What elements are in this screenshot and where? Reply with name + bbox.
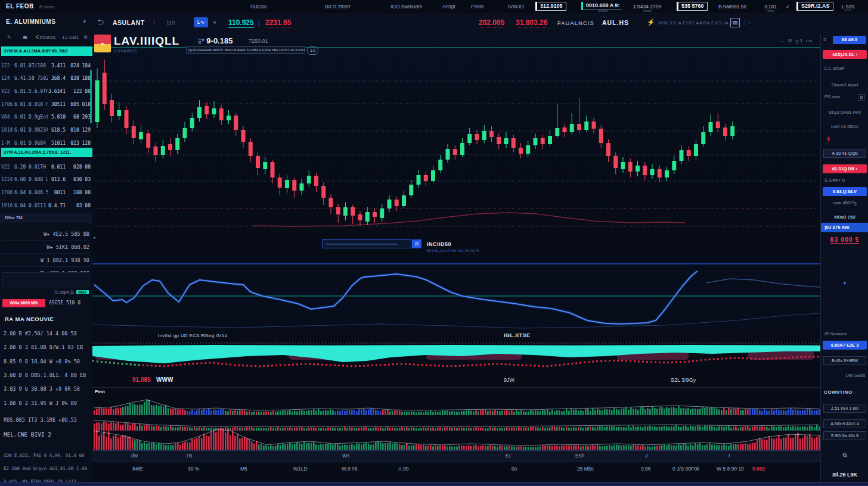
watchlist-row[interactable]: V846.01 D.9gEnt5.01060 203 <box>1 111 91 123</box>
margin-row[interactable]: 1.00 0 2 31.95 W J 8% 80 <box>4 400 89 406</box>
order-type-button[interactable]: A 30 41 QQ0 <box>823 149 866 158</box>
sidebar-tool-icon[interactable]: ⚙ <box>83 35 88 40</box>
selected-order-row[interactable]: |9J 376 Am <box>821 223 868 232</box>
margin-row[interactable]: 8.85 9 8 18.04 W +6 8% 50 <box>4 359 89 364</box>
oscillator-pane[interactable] <box>92 256 820 331</box>
order-field[interactable]: A.6t0n9 A0z1 4 <box>823 419 866 428</box>
menu-icon[interactable]: ≡ <box>823 36 826 42</box>
watchlist-highlight-row[interactable]: 3YM M.A.AU.2MA.8I8Y.60. 58/2 <box>1 46 93 56</box>
quote-chip[interactable]: ✓ <box>786 4 790 10</box>
symbol-chip[interactable]: L∿ <box>194 17 208 27</box>
order-field[interactable]: Bnt5v S+9RW <box>823 356 866 365</box>
add-watchlist-button[interactable]: + <box>82 17 86 26</box>
sidebar-tool-icon[interactable]: ✎ <box>7 35 11 40</box>
sidebar-tool-icon[interactable]: 🖿 <box>23 35 27 40</box>
sell-button[interactable]: 62.31Q DB › <box>823 164 867 173</box>
watchlist-row[interactable]: 1226.01.07/1883.411024 184 <box>1 60 91 71</box>
menu-item[interactable]: Anspt <box>442 4 455 10</box>
ask-price[interactable]: 202.005 <box>479 18 504 28</box>
indicator-search-button[interactable]: ⊞ <box>412 239 421 248</box>
time-axis-band[interactable] <box>92 450 820 462</box>
order-field[interactable]: S.9f0.0w 40x 8 <box>823 431 866 440</box>
mat-chip[interactable]: MAT <box>76 290 89 294</box>
bid-price[interactable]: 110.925 <box>228 18 254 28</box>
quote-chip[interactable]: 312.9105 <box>535 2 566 11</box>
margin-row[interactable]: 3.03 9 b 30.08 3 +9 8R 58 <box>4 386 89 392</box>
ribbon-indicator-pane[interactable] <box>92 341 820 374</box>
margin-row[interactable]: 2.00 0 3 81.U0 0/W.1 83 EB <box>4 344 89 350</box>
position-row[interactable]: W+ 4E2.5 505 BB <box>1 228 89 241</box>
watchlist-cell: 30511 <box>48 102 66 107</box>
volume-histogram-pane[interactable]: Pem <box>92 387 820 450</box>
quote-chip-sub: ***** <box>842 10 854 13</box>
sidebar-tool-icon[interactable]: ⑆ b0unce <box>36 35 55 40</box>
margin-row[interactable]: 2.00 B #2.50/ 14 4.00 58 <box>4 331 89 337</box>
top-menu-bar: EL FEOB B smsn OutcaoB0 ct zmsrrIOO Bwmu… <box>0 0 868 14</box>
quote-chip[interactable]: 3.101(zwu) <box>764 4 777 13</box>
toolbar-item[interactable]: ⋮ <box>742 20 748 26</box>
buy-quick-button[interactable]: 68 A9.5 <box>833 36 866 44</box>
toolbar-item[interactable]: ⊞ <box>730 18 740 27</box>
position-row[interactable]: W+ 5IK1 060.02 <box>1 241 89 254</box>
watchlist-row[interactable]: 17066.01.0.018 H630511605 018 <box>1 98 91 110</box>
quote-chip[interactable]: S29R.I2.AS <box>796 2 833 11</box>
panel-footer-icon[interactable]: ⧉ <box>821 451 868 459</box>
quote-chip[interactable]: 1:0434 2709vwww <box>633 4 661 13</box>
toolbar-icon[interactable]: ⚡ <box>647 18 655 26</box>
indicator-name-label: INCIID50 <box>427 241 451 247</box>
quote-chip[interactable]: 535 5760 <box>677 2 708 11</box>
watchlist-cell: 60 203 <box>66 114 91 120</box>
watchlist-cell: 3.411 <box>48 63 66 68</box>
symbol-name[interactable]: ASULANT <box>113 19 145 26</box>
candlestick-chart[interactable]: ⌁ LAV.IIIIQLL LIIVAWIIS Ξ*9-0.185 7250.0… <box>92 33 820 256</box>
quantity-row[interactable]: ≡68 A9.5 <box>821 36 868 44</box>
watchlist-row[interactable]: 19166.04 0.0113 6/10.4.7103 08 <box>1 200 91 211</box>
field-row[interactable]: PS aver0 <box>821 94 868 101</box>
chart-corner-icons[interactable]: ⌄ ⊞ g3 rw <box>780 38 813 43</box>
menu-item[interactable]: IVWJO <box>508 4 524 10</box>
buy-button[interactable]: 8.69A7 E2E 3 <box>823 341 867 350</box>
indicator-sub-label: BPX4E A0J IFRW IW1 WV3075 <box>427 249 479 253</box>
toolbar-item[interactable]: | <box>258 20 259 26</box>
watchlist-highlight-row[interactable]: 3YM A.11.AU.2MA.2.769.8. 1211. <box>1 148 93 157</box>
toolbar-item[interactable]: 11S <box>166 20 175 26</box>
chart-header: ⌁ LAV.IIIIQLL LIIVAWIIS Ξ*9-0.185 7250.0… <box>92 33 510 60</box>
toolbar-item[interactable]: ‹ <box>748 20 750 26</box>
watchlist-cell: 0011 <box>48 190 66 195</box>
watchlist-row[interactable]: 1246.41.50 7502368.4038 188 <box>1 73 91 85</box>
watchlist-cell: 124 <box>1 76 14 81</box>
indicator-search-input[interactable] <box>322 239 411 248</box>
order-field[interactable]: Z.51 ¢E4 1 9I0 <box>823 404 866 413</box>
watchlist-row[interactable]: V226.20 0.01TH0.011028 08 <box>1 161 91 173</box>
sidebar-empty-box[interactable] <box>2 272 89 286</box>
toolbar-icon[interactable]: ⮌ <box>97 18 104 26</box>
quote-chip[interactable]: L 920***** <box>842 4 854 13</box>
watchlist-row[interactable]: 17066.04 0.046 510011108 08 <box>1 186 91 198</box>
buy-button[interactable]: 6.63.Q 88.V <box>823 187 867 196</box>
sidebar-sell-button[interactable]: 800a MI60 MN <box>2 299 45 307</box>
chart-info-tooltip: QOVV/AAAVB NhB B. BNLLB AVAK 5.22B3-4 F2… <box>186 46 305 54</box>
toolbar-item[interactable]: ▾ <box>213 20 216 26</box>
toolbar-item[interactable]: AUL.HS <box>602 19 629 26</box>
toolbar-item[interactable]: ⫶ <box>153 20 154 26</box>
quote-chip[interactable]: 0010.608 A 9:wwww <box>581 2 622 10</box>
sidebar-tool-icon[interactable]: 1Ξ GB1 <box>62 35 79 40</box>
watchlist-cell: 6.01.5.6.9TH <box>14 89 48 94</box>
position-row[interactable]: W 1 002.1 938 50 <box>1 254 89 267</box>
menu-item[interactable]: Fsnm <box>471 4 483 10</box>
sidebar-scrollbar[interactable] <box>90 70 92 123</box>
watchlist-row[interactable]: V226.01.5.6.9TH3.6341122 08 <box>1 85 91 97</box>
trend-up-icon[interactable]: ↟ <box>821 136 868 144</box>
ask-price[interactable]: 31.803.26 <box>516 18 547 28</box>
menu-item[interactable]: IOO Bwmuam <box>390 4 422 10</box>
sell-button[interactable]: 4A5)JA DL › <box>823 50 867 59</box>
collapse-arrow[interactable]: ▾ <box>821 280 868 286</box>
field-value[interactable]: 0 <box>858 94 865 101</box>
menu-item[interactable]: B0 ct zmsrr <box>325 4 351 10</box>
margin-row[interactable]: 3.60 B 8 DBS.1.0L1. 4 80 EB <box>4 372 89 378</box>
menu-item[interactable]: Outcao <box>250 4 266 10</box>
watchlist-row[interactable]: 18186.01 D.98234B618.5010 129 <box>1 124 91 136</box>
quote-chip[interactable]: B.rvwn91.50 <box>718 4 746 10</box>
ask-price[interactable]: 2231.65 <box>265 18 291 28</box>
watchlist-row[interactable]: 12246.00 0.600 U1013.6030 03 <box>1 174 91 186</box>
